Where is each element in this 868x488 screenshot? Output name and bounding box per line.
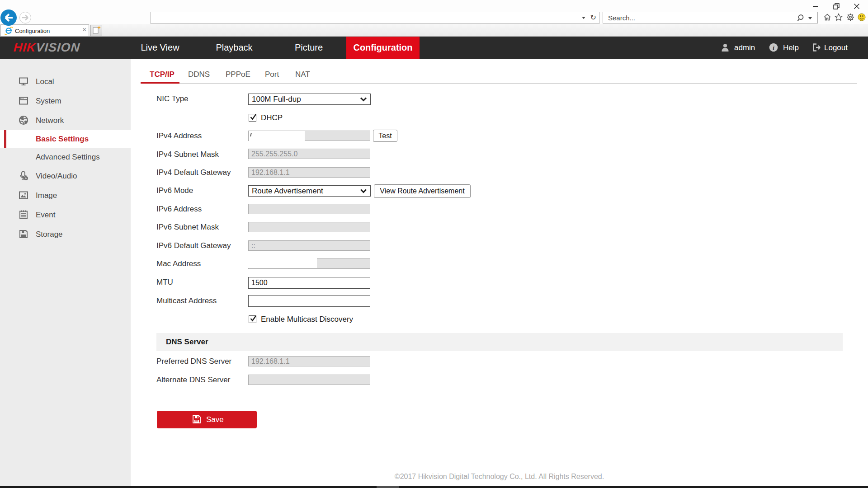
ipv4-gateway-label: IPv4 Default Gateway — [156, 168, 231, 177]
mac-address-label: Mac Address — [156, 259, 201, 268]
app-header: HIKVISION Live View Playback Picture Con… — [0, 37, 868, 59]
nav-picture[interactable]: Picture — [279, 37, 338, 59]
user-icon — [721, 43, 730, 52]
dhcp-label: DHCP — [261, 113, 283, 122]
multicast-address-input[interactable] — [248, 295, 370, 307]
ie-icon — [4, 26, 13, 35]
dhcp-checkbox[interactable] — [249, 114, 256, 122]
chevron-down-icon — [360, 96, 367, 103]
search-placeholder: Search... — [608, 14, 635, 22]
logout-icon — [812, 43, 821, 52]
system-window-icon — [19, 96, 28, 106]
home-icon[interactable] — [823, 13, 831, 21]
address-bar[interactable]: ↻ — [151, 12, 599, 24]
help-button[interactable]: Help — [783, 37, 799, 59]
sidebar-item-network[interactable]: Network — [0, 111, 131, 130]
image-icon — [19, 190, 28, 200]
ipv4-address-label: IPv4 Address — [156, 131, 202, 141]
sidebar-item-image[interactable]: Image — [0, 186, 131, 205]
ipv6-gateway-input: :: — [248, 240, 370, 251]
dns-server-section-header: DNS Server — [156, 333, 843, 351]
sidebar-item-local[interactable]: Local — [0, 72, 131, 91]
ipv6-mode-select[interactable]: Route Advertisement — [248, 185, 371, 197]
search-icon[interactable] — [797, 14, 806, 23]
ipv6-gateway-label: IPv6 Default Gateway — [156, 241, 231, 250]
save-button[interactable]: Save — [157, 411, 257, 428]
checkmark-icon — [250, 113, 257, 121]
active-tab-underline — [141, 82, 179, 84]
browser-tab-strip: Configuration × — [0, 24, 868, 37]
preferred-dns-label: Preferred DNS Server — [156, 357, 231, 366]
tabs-divider — [141, 83, 857, 84]
settings-gear-icon[interactable] — [846, 13, 854, 21]
search-input[interactable]: Search... — [603, 12, 818, 23]
search-dropdown-icon[interactable] — [808, 17, 812, 19]
ipv4-gateway-input: 192.168.1.1 — [248, 167, 370, 178]
sidebar-item-storage[interactable]: Storage — [0, 225, 131, 244]
checkmark-icon — [250, 315, 257, 323]
network-globe-icon — [19, 115, 28, 125]
active-item-bar — [4, 130, 6, 148]
browser-titlebar: ↻ Search... — [0, 0, 868, 24]
multicast-discovery-checkbox[interactable] — [249, 315, 256, 323]
new-tab-button[interactable] — [90, 25, 102, 36]
alternate-dns-input — [248, 375, 370, 385]
refresh-icon[interactable]: ↻ — [590, 13, 596, 22]
browser-tab-configuration[interactable]: Configuration × — [0, 24, 89, 36]
mac-address-redaction — [248, 257, 317, 268]
save-floppy-icon — [192, 415, 201, 424]
multicast-discovery-label: Enable Multicast Discovery — [261, 315, 353, 324]
event-notepad-icon — [19, 210, 28, 220]
nav-playback[interactable]: Playback — [205, 37, 264, 59]
ipv6-subnet-input — [248, 222, 370, 232]
window-minimize-button[interactable] — [811, 2, 820, 10]
view-route-advertisement-button[interactable]: View Route Advertisement — [374, 184, 471, 198]
mtu-input[interactable]: 1500 — [248, 277, 370, 289]
ipv4-address-redaction — [249, 131, 305, 144]
multicast-address-label: Multicast Address — [156, 296, 217, 305]
alternate-dns-label: Alternate DNS Server — [156, 375, 230, 385]
sidebar-item-video-audio[interactable]: Video/Audio — [0, 166, 131, 186]
ipv4-subnet-input: 255.255.255.0 — [248, 149, 370, 159]
back-button[interactable] — [0, 9, 17, 26]
tab-port[interactable]: Port — [265, 70, 279, 84]
tab-ddns[interactable]: DDNS — [188, 70, 210, 84]
ipv4-subnet-label: IPv4 Subnet Mask — [156, 150, 219, 159]
preferred-dns-input: 192.168.1.1 — [248, 356, 370, 366]
sidebar-item-advanced-settings[interactable]: Advanced Settings — [0, 148, 131, 166]
feedback-smiley-icon[interactable] — [858, 13, 866, 21]
forward-button[interactable] — [19, 12, 31, 23]
ipv6-mode-label: IPv6 Mode — [156, 186, 193, 195]
window-close-button[interactable] — [853, 2, 861, 10]
help-icon: i — [769, 43, 778, 52]
logout-button[interactable]: Logout — [824, 37, 848, 59]
microphone-icon — [19, 171, 28, 181]
sidebar-item-system[interactable]: System — [0, 91, 131, 111]
mtu-label: MTU — [156, 278, 173, 287]
storage-disk-icon — [19, 229, 28, 239]
tab-tcpip[interactable]: TCP/IP — [150, 70, 175, 84]
ipv6-subnet-label: IPv6 Subnet Mask — [156, 223, 219, 232]
taskbar-segment — [377, 486, 399, 488]
ipv6-address-label: IPv6 Address — [156, 205, 202, 214]
footer-copyright: ©2017 Hikvision Digital Technology Co., … — [131, 473, 868, 481]
nic-type-label: NIC Type — [156, 94, 189, 103]
taskbar-strip — [0, 486, 868, 488]
new-tab-icon — [91, 25, 102, 36]
sidebar-item-basic-settings[interactable]: Basic Settings — [0, 130, 131, 148]
nic-type-select[interactable]: 100M Full-dup — [248, 94, 371, 105]
tab-nat[interactable]: NAT — [295, 70, 310, 84]
tab-close-icon[interactable]: × — [82, 26, 86, 34]
monitor-icon — [19, 76, 28, 86]
nav-live-view[interactable]: Live View — [131, 37, 189, 59]
content-pane: TCP/IP DDNS PPPoE Port NAT NIC Type 100M… — [131, 59, 868, 486]
user-name[interactable]: admin — [734, 37, 755, 59]
window-restore-button[interactable] — [832, 2, 840, 10]
sidebar-item-event[interactable]: Event — [0, 205, 131, 225]
address-dropdown-icon[interactable] — [582, 17, 585, 19]
test-button[interactable]: Test — [373, 130, 397, 142]
sidebar: Local System Network Basic Settings Adva… — [0, 59, 131, 486]
favorites-star-icon[interactable] — [835, 13, 843, 21]
tab-pppoe[interactable]: PPPoE — [226, 70, 250, 84]
nav-configuration[interactable]: Configuration — [346, 37, 420, 59]
